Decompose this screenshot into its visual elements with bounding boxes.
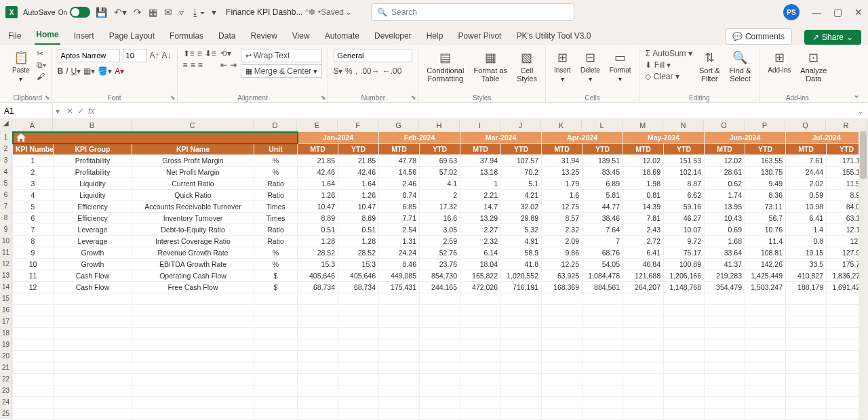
cell[interactable]: 5.81	[583, 190, 623, 201]
cell[interactable]: 11.4	[745, 236, 786, 247]
cell[interactable]: 2.54	[379, 224, 420, 236]
cell[interactable]	[501, 316, 542, 328]
cell[interactable]	[254, 397, 298, 408]
cell[interactable]	[745, 316, 786, 328]
cell[interactable]: 12.25	[542, 259, 583, 270]
cell[interactable]	[705, 351, 745, 362]
cell[interactable]	[623, 362, 664, 374]
cell[interactable]: 2.46	[379, 178, 420, 190]
cell[interactable]: 19.15	[786, 247, 827, 259]
cell[interactable]	[542, 397, 583, 408]
cell[interactable]: 12.02	[623, 155, 664, 167]
cell[interactable]	[623, 293, 664, 305]
cell[interactable]: 0.51	[298, 224, 338, 236]
cell[interactable]: May-2024	[623, 132, 705, 144]
cell[interactable]: 107.57	[501, 155, 542, 167]
conditional-formatting-button[interactable]: ▤Conditional Formatting	[424, 49, 467, 84]
cell[interactable]: 44.77	[583, 201, 623, 213]
cell[interactable]	[705, 385, 745, 397]
cell[interactable]	[13, 351, 54, 362]
cell[interactable]: 23.76	[420, 259, 460, 270]
cell[interactable]	[542, 374, 583, 385]
column-header[interactable]: I	[460, 119, 500, 131]
cell[interactable]: 10.76	[745, 224, 786, 236]
cell[interactable]: 1.28	[298, 236, 338, 247]
cell[interactable]: 59.16	[664, 201, 705, 213]
row-header[interactable]: 19	[0, 339, 12, 350]
comma-icon[interactable]: ,	[355, 66, 357, 76]
cell[interactable]: 1.31	[379, 236, 420, 247]
row-header[interactable]: 11	[0, 247, 12, 258]
cell[interactable]: Jan-2024	[298, 132, 379, 144]
cell[interactable]: 264,207	[623, 282, 664, 293]
cell[interactable]	[54, 328, 132, 339]
cell[interactable]	[13, 328, 54, 339]
cell[interactable]: 6.89	[583, 178, 623, 190]
cell[interactable]	[745, 408, 786, 420]
cell[interactable]	[379, 374, 420, 385]
underline-button[interactable]: U▾	[71, 66, 81, 76]
row-header[interactable]: 4	[0, 166, 12, 177]
cell[interactable]	[420, 316, 460, 328]
row-header[interactable]: 2	[0, 143, 12, 154]
cell[interactable]: Gross Profit Margin	[132, 155, 254, 167]
cell[interactable]: 9.49	[745, 178, 786, 190]
cell[interactable]	[460, 293, 501, 305]
cell[interactable]	[786, 316, 827, 328]
redo-icon[interactable]: ↷	[134, 7, 142, 18]
cell[interactable]: YTD	[745, 144, 786, 155]
cell[interactable]	[542, 408, 583, 420]
cell[interactable]: Jul-2024	[786, 132, 867, 144]
vertical-scrollbar[interactable]	[859, 131, 868, 420]
cell[interactable]: 2.21	[460, 190, 501, 201]
align-bottom-icon[interactable]: ⬇≡	[205, 49, 216, 58]
cell[interactable]: MTD	[786, 144, 827, 155]
spreadsheet-grid[interactable]: ◢ ABCDEFGHIJKLMNOPQR 1234567891011121314…	[0, 119, 868, 420]
cell[interactable]: Ratio	[254, 224, 298, 236]
cell[interactable]	[460, 362, 501, 374]
comments-button[interactable]: 💬 Comments	[725, 28, 792, 45]
cell[interactable]	[420, 397, 460, 408]
cell[interactable]	[54, 293, 132, 305]
dialog-launcher-icon[interactable]: ⬊	[45, 94, 50, 101]
formula-input[interactable]	[98, 103, 853, 119]
format-painter-icon[interactable]: 🖌	[37, 72, 46, 81]
cell[interactable]	[786, 351, 827, 362]
row-header[interactable]: 18	[0, 327, 12, 339]
cell[interactable]	[623, 408, 664, 420]
column-header[interactable]: K	[541, 119, 582, 131]
cell[interactable]: 449,085	[379, 270, 420, 282]
column-header[interactable]: O	[704, 119, 745, 131]
cell[interactable]: 10.43	[705, 213, 745, 224]
cell[interactable]: 8.46	[379, 259, 420, 270]
cell[interactable]: 2.32	[542, 224, 583, 236]
column-header[interactable]: G	[378, 119, 419, 131]
cell[interactable]: 1.64	[298, 178, 338, 190]
cell[interactable]	[338, 328, 379, 339]
cell[interactable]: 17.32	[420, 201, 460, 213]
cell[interactable]: 1.6	[542, 190, 583, 201]
cell[interactable]: 188,179	[786, 282, 827, 293]
row-header[interactable]: 3	[0, 154, 12, 166]
cell[interactable]	[745, 351, 786, 362]
cell[interactable]: 83.45	[583, 167, 623, 178]
expand-formula-icon[interactable]: ⌄	[853, 106, 868, 116]
cell[interactable]	[254, 408, 298, 420]
cell[interactable]	[338, 362, 379, 374]
cell[interactable]	[664, 374, 705, 385]
cell[interactable]: 2	[420, 190, 460, 201]
cell[interactable]: Ratio	[254, 190, 298, 201]
cell[interactable]: 7.61	[786, 155, 827, 167]
cell[interactable]	[705, 293, 745, 305]
cell[interactable]	[13, 305, 54, 316]
cell[interactable]: 6.41	[623, 247, 664, 259]
cell[interactable]	[132, 374, 254, 385]
tab-page-layout[interactable]: Page Layout	[108, 27, 156, 45]
cell[interactable]	[54, 397, 132, 408]
cell[interactable]	[132, 316, 254, 328]
cell[interactable]: 121,688	[623, 270, 664, 282]
cell[interactable]: %	[254, 259, 298, 270]
cell[interactable]: 57.02	[420, 167, 460, 178]
cell[interactable]	[786, 385, 827, 397]
cell[interactable]: 42.46	[298, 167, 338, 178]
